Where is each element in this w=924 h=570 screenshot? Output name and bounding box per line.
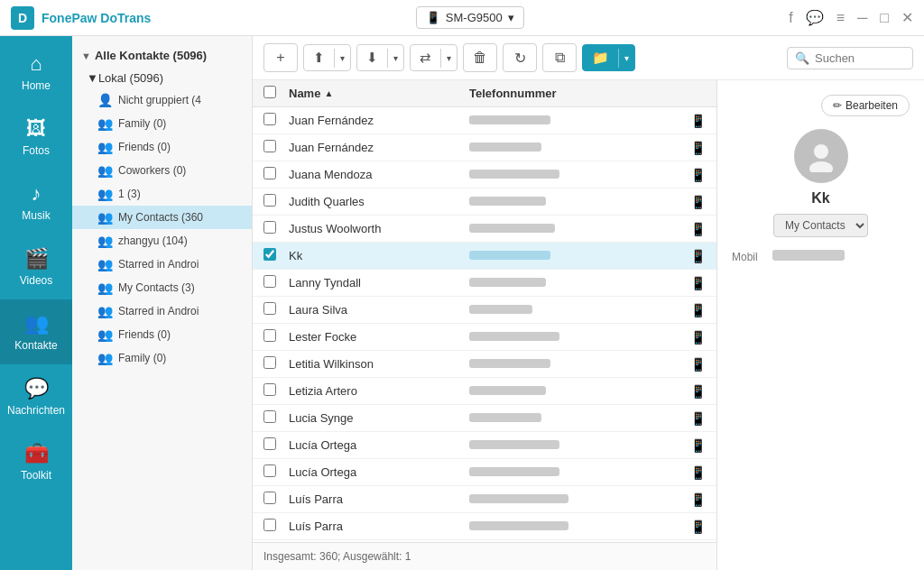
minimize-icon[interactable]: ─ — [857, 10, 867, 26]
row-checkbox[interactable] — [263, 140, 276, 152]
header-name[interactable]: Name ▲ — [289, 87, 469, 100]
delete-button[interactable]: 🗑 — [463, 43, 497, 72]
tree-item-my-contacts[interactable]: 👥 My Contacts (360 — [72, 206, 252, 229]
contact-row[interactable]: Lucía Ortega 📱 — [253, 459, 716, 486]
nav-toolkit[interactable]: 🧰 Toolkit — [0, 429, 72, 494]
select-all-checkbox[interactable] — [263, 86, 276, 98]
tree-item-my-contacts-3[interactable]: 👥 My Contacts (3) — [72, 276, 252, 299]
row-checkbox[interactable] — [263, 383, 276, 396]
tree-item-starred-2[interactable]: 👥 Starred in Androi — [72, 299, 252, 323]
music-icon: ♪ — [32, 182, 42, 206]
row-checkbox[interactable] — [263, 464, 276, 477]
contact-row[interactable]: Juana Mendoza 📱 — [253, 161, 716, 188]
row-checkbox[interactable] — [263, 167, 276, 179]
row-checkbox-col — [263, 275, 289, 290]
contact-row[interactable]: Justus Woolworth 📱 — [253, 216, 716, 243]
detail-panel: ✏ Bearbeiten Kk My Contacts zhangyu — [716, 80, 924, 570]
facebook-icon[interactable]: f — [789, 10, 792, 26]
refresh-button[interactable]: ↻ — [503, 43, 537, 72]
tree-item-group1[interactable]: 👥 1 (3) — [72, 182, 252, 206]
tree-item-starred-1[interactable]: 👥 Starred in Androi — [72, 253, 252, 276]
tree-item-nicht-gruppiert[interactable]: 👤 Nicht gruppiert (4 — [72, 88, 252, 112]
nav-nachrichten[interactable]: 💬 Nachrichten — [0, 364, 72, 429]
group-icon: 👥 — [97, 257, 113, 271]
contact-row[interactable]: Luís Parra 📱 — [253, 513, 716, 540]
row-checkbox[interactable] — [263, 248, 276, 261]
export-button[interactable]: ⬇ ▾ — [356, 44, 404, 71]
device-icon: 📱 — [690, 492, 706, 507]
tree-root[interactable]: ▼ Alle Kontakte (5096) — [72, 43, 252, 68]
tree-item-friends-2[interactable]: 👥 Friends (0) — [72, 323, 252, 346]
content-area: + ⬆ ▾ ⬇ ▾ ⇄ ▾ 🗑 ↻ ⧉ � — [253, 36, 924, 570]
group-icon: 👤 — [97, 93, 113, 107]
message-icon[interactable]: 💬 — [806, 9, 824, 26]
tree-item-friends-1[interactable]: 👥 Friends (0) — [72, 135, 252, 159]
folder-button[interactable]: 📁 ▾ — [582, 44, 635, 71]
tree-item-label: Friends (0) — [118, 328, 171, 341]
device-icon: 📱 — [690, 384, 706, 399]
row-checkbox[interactable] — [263, 437, 276, 450]
tree-item-label: Family (0) — [118, 117, 166, 130]
tree-item-coworkers[interactable]: 👥 Coworkers (0) — [72, 159, 252, 182]
tree-item-family-2[interactable]: 👥 Family (0) — [72, 346, 252, 370]
nav-videos[interactable]: 🎬 Videos — [0, 234, 72, 299]
tree-root-arrow: ▼ — [81, 51, 91, 61]
row-checkbox[interactable] — [263, 275, 276, 288]
tree-panel: ▼ Alle Kontakte (5096) ▼ Lokal (5096) 👤 … — [72, 36, 253, 570]
title-bar-center: 📱 SM-G9500 ▾ — [416, 6, 524, 29]
close-icon[interactable]: ✕ — [901, 9, 913, 26]
search-icon: 🔍 — [795, 51, 809, 65]
row-checkbox[interactable] — [263, 221, 276, 234]
contact-row[interactable]: Juan Fernández 📱 — [253, 107, 716, 134]
device-selector[interactable]: 📱 SM-G9500 ▾ — [416, 6, 524, 29]
sort-icon: ▲ — [324, 88, 333, 98]
contact-phone — [469, 492, 687, 506]
contact-row-kk[interactable]: Kk 📱 — [253, 243, 716, 270]
contact-row[interactable]: Lester Focke 📱 — [253, 324, 716, 351]
edit-button[interactable]: ✏ Bearbeiten — [821, 95, 910, 116]
detail-mobil-field: Mobil — [732, 250, 910, 263]
contact-row[interactable]: Letitia Wilkinson 📱 — [253, 351, 716, 378]
contact-name: Letizia Artero — [289, 384, 469, 398]
tree-item-family-1[interactable]: 👥 Family (0) — [72, 112, 252, 135]
search-box[interactable]: 🔍 — [787, 47, 913, 69]
row-checkbox[interactable] — [263, 302, 276, 315]
transfer-button[interactable]: ⇄ ▾ — [410, 44, 457, 71]
nav-musik[interactable]: ♪ Musik — [0, 170, 72, 234]
contact-row[interactable]: Lanny Tyndall 📱 — [253, 270, 716, 297]
nav-kontakte[interactable]: 👥 Kontakte — [0, 299, 72, 364]
contact-group-select[interactable]: My Contacts zhangyu Family Friends — [773, 214, 868, 237]
contact-row[interactable]: Letizia Artero 📱 — [253, 378, 716, 405]
add-button[interactable]: + — [263, 43, 298, 72]
copy-button[interactable]: ⧉ — [542, 43, 577, 72]
contact-row[interactable]: Laura Silva 📱 — [253, 297, 716, 324]
row-checkbox[interactable] — [263, 492, 276, 504]
row-checkbox[interactable] — [263, 194, 276, 207]
row-checkbox[interactable] — [263, 410, 276, 423]
contact-name: Luís Parra — [289, 519, 469, 533]
export-icon: ⬇ — [357, 45, 387, 70]
nav-fotos[interactable]: 🖼 Fotos — [0, 105, 72, 170]
row-checkbox[interactable] — [263, 329, 276, 342]
nav-home[interactable]: ⌂ Home — [0, 40, 72, 105]
contact-phone — [469, 114, 687, 127]
tree-item-zhangyu[interactable]: 👥 zhangyu (104) — [72, 229, 252, 253]
contact-row[interactable]: Luís Parra 📱 — [253, 486, 716, 513]
contact-row[interactable]: Lucia Synge 📱 — [253, 405, 716, 432]
maximize-icon[interactable]: □ — [880, 10, 889, 26]
search-input[interactable] — [815, 51, 905, 65]
row-checkbox[interactable] — [263, 113, 276, 125]
device-icon: 📱 — [690, 249, 706, 263]
contact-row[interactable]: Lucía Ortega 📱 — [253, 432, 716, 459]
row-checkbox[interactable] — [263, 519, 276, 531]
contact-row[interactable]: Judith Quarles 📱 — [253, 188, 716, 216]
menu-icon[interactable]: ≡ — [836, 10, 845, 26]
import-button[interactable]: ⬆ ▾ — [303, 44, 351, 71]
toolkit-icon: 🧰 — [24, 442, 49, 465]
tree-sub[interactable]: ▼ Lokal (5096) — [72, 68, 252, 88]
device-icon: 📱 — [690, 438, 706, 453]
header-phone[interactable]: Telefonnummer — [469, 87, 706, 100]
edit-icon: ✏ — [833, 99, 842, 112]
contact-row[interactable]: Juan Fernández 📱 — [253, 134, 716, 161]
row-checkbox[interactable] — [263, 356, 276, 369]
